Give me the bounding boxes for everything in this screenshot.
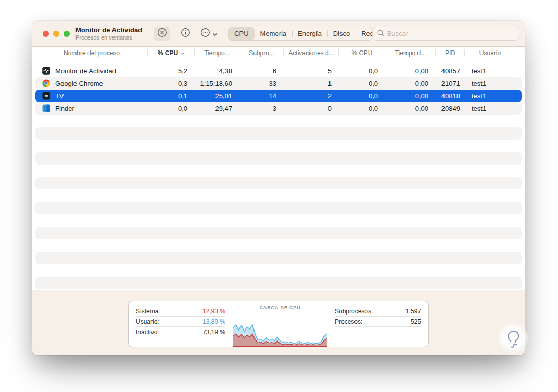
title-bar: Monitor de Actividad Procesos en ventana… — [32, 21, 525, 47]
window-subtitle: Procesos en ventanas — [75, 34, 142, 41]
empty-row — [35, 127, 522, 140]
search-input[interactable] — [387, 30, 514, 37]
cell-usuario: test1 — [465, 67, 515, 75]
title-block: Monitor de Actividad Procesos en ventana… — [75, 26, 142, 41]
process-table-header: Nombre del proceso% CPUTiempo...Subpro..… — [32, 47, 525, 59]
lightbulb-watermark-logo — [501, 326, 525, 350]
cell-gpu: 0,0 — [339, 67, 385, 75]
cpu-stat-sistema: Sistema:12,93 % — [136, 306, 225, 317]
stat-label: Procesos: — [335, 318, 362, 325]
stat-label: Subprocesos: — [335, 308, 373, 315]
process-table: Monitor de Actividad5,24,38650,00,004085… — [32, 59, 525, 290]
tab-memoria[interactable]: Memoria — [255, 27, 293, 40]
cell-subpro: 33 — [239, 80, 284, 87]
stat-label: Sistema: — [136, 308, 160, 315]
process-row-monitor-de-actividad[interactable]: Monitor de Actividad5,24,38650,00,004085… — [35, 65, 522, 77]
zoom-button[interactable] — [64, 31, 70, 37]
cell-usuario: test1 — [465, 105, 515, 112]
column-header-subpro[interactable]: Subpro... — [239, 47, 284, 59]
column-header-label: PID — [445, 49, 455, 57]
cpu-stat-inactivo: Inactivo:73,19 % — [136, 327, 225, 337]
quit-process-button[interactable] — [154, 27, 170, 41]
column-header-label: % CPU — [158, 49, 178, 57]
column-header-nombre-del-proceso[interactable]: Nombre del proceso — [35, 47, 148, 59]
cell-subpro: 3 — [239, 105, 284, 112]
footer-stats-bar: Sistema:12,93 %Usuario:13,89 %Inactivo:7… — [32, 290, 525, 355]
inspect-process-button[interactable] — [177, 27, 194, 41]
process-name-label: Monitor de Actividad — [55, 67, 116, 75]
stat-value: 12,93 % — [202, 308, 225, 315]
traffic-lights — [43, 31, 70, 37]
cell-usuario: test1 — [465, 80, 515, 87]
window-title: Monitor de Actividad — [75, 26, 142, 34]
process-name-label: Finder — [55, 105, 74, 112]
cell-tiempo_d: 0,00 — [385, 105, 436, 112]
empty-row — [35, 189, 522, 202]
stat-value: 1.597 — [405, 308, 421, 315]
x-circle-icon — [157, 28, 167, 40]
cpu-load-chart-title: CARGA DE CPU — [260, 305, 301, 310]
column-header-label: Tiempo d... — [395, 49, 426, 57]
column-header-gpu[interactable]: % GPU — [339, 47, 385, 59]
empty-row — [35, 277, 522, 289]
finder-icon — [42, 104, 50, 112]
cell-subpro: 14 — [239, 92, 284, 100]
cell-cpu: 5,2 — [148, 67, 195, 75]
cell-pid: 40818 — [436, 92, 465, 100]
stat-label: Usuario: — [136, 318, 159, 325]
cell-activaciones: 0 — [284, 105, 339, 112]
activity-monitor-window: Monitor de Actividad Procesos en ventana… — [32, 21, 525, 355]
cell-usuario: test1 — [465, 92, 515, 100]
cell-gpu: 0,0 — [339, 80, 385, 87]
process-count-stats: Subprocesos:1.597Procesos:525 — [327, 301, 428, 347]
tv-icon: tv — [42, 92, 50, 100]
cell-pid: 21071 — [436, 80, 465, 87]
cell-tiempo_d: 0,00 — [385, 80, 436, 87]
process-row-google-chrome[interactable]: Google Chrome0,31:15:18,603310,00,002107… — [35, 77, 522, 90]
cell-subpro: 6 — [239, 67, 284, 75]
column-header-label: Tiempo... — [204, 49, 230, 57]
tab-red[interactable]: Red — [356, 27, 372, 40]
column-header-activaciones-d[interactable]: Activaciones d... — [284, 47, 339, 59]
more-options-button[interactable] — [200, 27, 218, 41]
cell-pid: 20849 — [436, 105, 465, 112]
cell-tiempo: 29,47 — [195, 105, 239, 112]
cell-cpu: 0,1 — [148, 92, 195, 100]
empty-row — [35, 202, 522, 214]
cell-pid: 40857 — [436, 67, 465, 75]
chevron-down-icon — [212, 29, 218, 39]
tab-disco[interactable]: Disco — [327, 27, 356, 40]
cpu-load-chart-box: CARGA DE CPU — [233, 301, 327, 347]
column-header-tiempo-d[interactable]: Tiempo d... — [385, 47, 436, 59]
cell-cpu: 0,3 — [148, 80, 195, 87]
cell-activaciones: 5 — [284, 67, 339, 75]
close-button[interactable] — [43, 31, 49, 37]
empty-row — [35, 165, 522, 177]
cpu-load-area-chart — [233, 317, 327, 347]
minimize-button[interactable] — [53, 31, 59, 37]
cell-cpu: 0,0 — [148, 105, 195, 112]
chrome-icon — [42, 79, 50, 87]
cell-tiempo_d: 0,00 — [385, 67, 436, 75]
tab-energ-a[interactable]: Energía — [292, 27, 327, 40]
stat-value: 525 — [411, 318, 421, 325]
process-row-finder[interactable]: Finder0,029,47300,00,0020849test1 — [35, 102, 522, 115]
process-row-tv[interactable]: tvTV0,125,011420,00,0040818test1 — [35, 90, 522, 102]
cell-process-name: Finder — [35, 104, 148, 112]
column-header-cpu[interactable]: % CPU — [148, 47, 195, 59]
process-stat-subprocesos: Subprocesos:1.597 — [335, 306, 421, 317]
empty-row — [35, 214, 522, 227]
cell-tiempo: 4,38 — [195, 67, 239, 75]
cell-process-name: Google Chrome — [35, 79, 148, 87]
column-header-tiempo[interactable]: Tiempo... — [195, 47, 239, 59]
sort-descending-icon — [181, 49, 185, 57]
column-header-usuario[interactable]: Usuario — [465, 47, 515, 59]
tab-cpu[interactable]: CPU — [229, 27, 254, 40]
stat-value: 73,19 % — [202, 328, 225, 336]
search-field[interactable] — [372, 27, 519, 41]
process-name-label: Google Chrome — [55, 80, 103, 87]
column-header-pid[interactable]: PID — [436, 47, 465, 59]
stat-value: 13,89 % — [202, 318, 225, 325]
cell-tiempo_d: 0,00 — [385, 92, 436, 100]
cell-tiempo: 1:15:18,60 — [195, 80, 239, 87]
